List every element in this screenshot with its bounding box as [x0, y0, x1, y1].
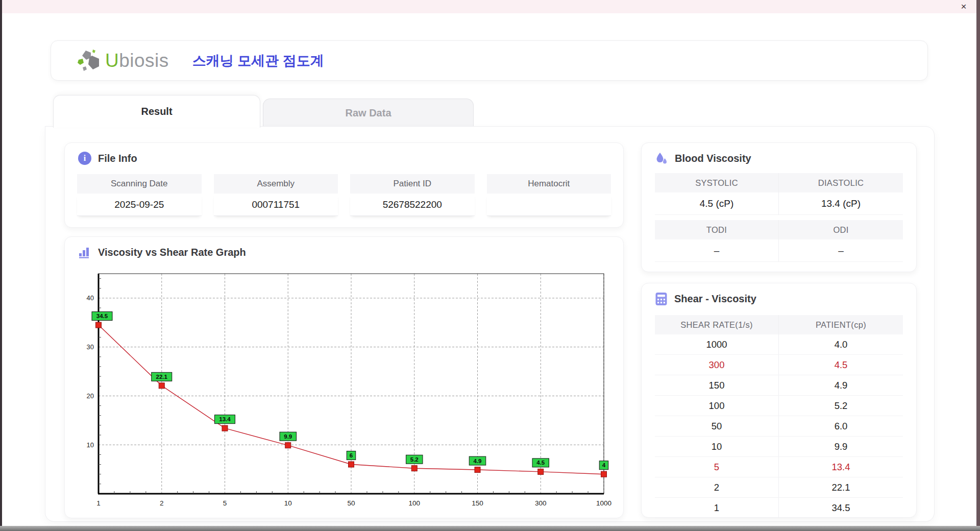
patient-viscosity-cell: 4.5 — [779, 355, 903, 375]
table-row: 10004.0 — [655, 334, 903, 355]
shear-table-header: SHEAR RATE(1/s) PATIENT(cp) — [655, 315, 903, 334]
blood-viscosity-card: Blood Viscosity SYSTOLICDIASTOLIC4.5 (cP… — [641, 142, 917, 272]
blood-viscosity-table: SYSTOLICDIASTOLIC4.5 (cP)13.4 (cP) — [655, 173, 903, 215]
svg-text:5.2: 5.2 — [410, 456, 419, 463]
svg-text:2: 2 — [160, 499, 164, 507]
shear-table: SHEAR RATE(1/s) PATIENT(cp) 10004.03004.… — [642, 312, 916, 518]
bv-value-cell: – — [779, 239, 903, 262]
patient-viscosity-cell: 13.4 — [779, 457, 903, 477]
shear-rate-column-header: SHEAR RATE(1/s) — [655, 315, 779, 334]
info-icon: i — [78, 152, 91, 165]
table-row: 222.1 — [655, 477, 903, 498]
shear-rate-cell: 5 — [655, 457, 779, 477]
bv-header-cell: SYSTOLIC — [655, 173, 779, 192]
bv-value-cell: 4.5 (cP) — [655, 192, 779, 215]
bv-header-cell: ODI — [779, 220, 903, 239]
svg-text:30: 30 — [87, 343, 94, 351]
file-info-card: i File Info Scanning Date2025-09-25Assem… — [64, 142, 624, 228]
svg-text:34.5: 34.5 — [96, 313, 108, 319]
shear-rate-cell: 1000 — [655, 334, 779, 354]
shear-table-rows: 10004.03004.51504.91005.2506.0109.9513.4… — [655, 334, 903, 518]
shear-rate-cell: 10 — [655, 437, 779, 456]
table-row: 506.0 — [655, 416, 903, 437]
svg-text:20: 20 — [87, 392, 94, 400]
svg-text:4: 4 — [602, 462, 606, 468]
graph-header: Viscosity vs Shear Rate Graph — [65, 237, 623, 265]
svg-text:22.1: 22.1 — [156, 374, 168, 380]
svg-text:1000: 1000 — [596, 499, 611, 507]
patient-viscosity-cell: 34.5 — [779, 498, 903, 518]
file-info-column: Scanning Date2025-09-25 — [77, 174, 202, 216]
patient-viscosity-cell: 4.0 — [779, 334, 903, 354]
patient-viscosity-cell: 6.0 — [779, 416, 903, 436]
svg-text:6: 6 — [350, 452, 353, 458]
svg-text:9.9: 9.9 — [284, 433, 292, 440]
shear-rate-cell: 100 — [655, 396, 779, 416]
svg-text:13.4: 13.4 — [219, 416, 231, 422]
tab-rawdata[interactable]: Raw Data — [263, 99, 474, 127]
blood-viscosity-header: Blood Viscosity — [642, 143, 916, 171]
svg-text:300: 300 — [535, 499, 547, 507]
bv-value-cell: – — [655, 239, 779, 262]
svg-text:40: 40 — [87, 294, 94, 302]
tab-result[interactable]: Result — [53, 95, 260, 128]
svg-text:4.9: 4.9 — [474, 458, 482, 464]
close-icon[interactable]: × — [957, 0, 970, 13]
shear-viscosity-header: Shear - Viscosity — [642, 283, 916, 312]
content-panel: i File Info Scanning Date2025-09-25Assem… — [45, 126, 935, 522]
logo-mark-icon — [76, 47, 102, 74]
file-info-field-value: 000711751 — [214, 194, 338, 216]
table-row: 109.9 — [655, 437, 903, 457]
file-info-field-value: 2025-09-25 — [77, 194, 202, 216]
bv-value-cell: 13.4 (cP) — [779, 192, 903, 215]
file-info-column: Patient ID52678522200 — [350, 174, 475, 216]
blood-viscosity-title: Blood Viscosity — [675, 153, 751, 164]
viscosity-chart: 102030401251050100150300100034.522.113.4… — [78, 268, 619, 513]
file-info-column: Assembly000711751 — [214, 174, 338, 216]
logo-text: Ubiosis — [105, 50, 169, 71]
svg-text:5: 5 — [223, 499, 227, 507]
blood-viscosity-table: TODIODI–– — [655, 220, 903, 262]
svg-text:1: 1 — [96, 499, 101, 507]
shear-rate-cell: 150 — [655, 375, 779, 395]
svg-text:10: 10 — [87, 441, 94, 449]
shear-rate-cell: 50 — [655, 416, 779, 436]
file-info-grid: Scanning Date2025-09-25Assembly000711751… — [65, 171, 623, 216]
table-row: 1504.9 — [655, 375, 903, 396]
table-row: 134.5 — [655, 498, 903, 518]
shear-rate-cell: 1 — [655, 498, 779, 518]
droplets-icon — [655, 152, 668, 165]
graph-card: Viscosity vs Shear Rate Graph 1020304012… — [64, 236, 624, 518]
app-logo: Ubiosis — [76, 47, 169, 74]
patient-viscosity-cell: 22.1 — [779, 477, 903, 497]
viscosity-chart-svg: 102030401251050100150300100034.522.113.4… — [78, 268, 619, 513]
file-info-field-label: Scanning Date — [77, 174, 202, 194]
window-bottom-edge — [0, 526, 980, 531]
window-right-edge — [976, 0, 980, 531]
file-info-column: Hematocrit — [487, 174, 611, 216]
file-info-field-label: Assembly — [214, 174, 338, 194]
file-info-field-value: 52678522200 — [350, 194, 475, 216]
graph-title: Viscosity vs Shear Rate Graph — [98, 247, 246, 258]
calculator-icon — [655, 292, 668, 306]
patient-viscosity-cell: 9.9 — [779, 437, 903, 456]
svg-text:150: 150 — [472, 499, 483, 507]
bar-chart-icon — [78, 246, 91, 259]
table-row: 3004.5 — [655, 355, 903, 375]
window-left-edge — [0, 0, 2, 531]
shear-rate-cell: 300 — [655, 355, 779, 375]
patient-viscosity-cell: 4.9 — [779, 375, 903, 395]
bv-header-cell: DIASTOLIC — [779, 173, 903, 192]
logo-text-u: U — [105, 50, 119, 71]
svg-text:50: 50 — [347, 499, 355, 507]
logo-text-rest: biosis — [119, 50, 169, 71]
file-info-field-label: Patient ID — [350, 174, 475, 194]
file-info-field-value — [487, 194, 611, 216]
shear-rate-cell: 2 — [655, 477, 779, 497]
svg-text:4.5: 4.5 — [536, 460, 545, 466]
file-info-field-label: Hematocrit — [487, 174, 611, 194]
table-row: 513.4 — [655, 457, 903, 477]
blood-viscosity-body: SYSTOLICDIASTOLIC4.5 (cP)13.4 (cP)TODIOD… — [642, 171, 916, 262]
svg-text:100: 100 — [408, 499, 420, 507]
shear-viscosity-card: Shear - Viscosity SHEAR RATE(1/s) PATIEN… — [641, 283, 917, 518]
